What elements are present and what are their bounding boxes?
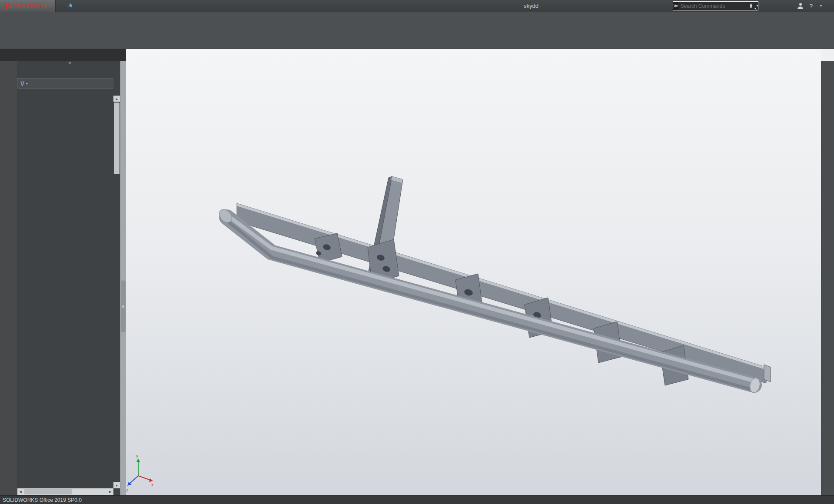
status-version-text: SOLIDWORKS Office 2019 SP0.0 xyxy=(3,497,82,503)
graphics-viewport[interactable]: y x z xyxy=(126,49,821,495)
task-pane-strip xyxy=(821,61,834,495)
panel-splitter[interactable] xyxy=(120,61,126,495)
viewport-corner-filler xyxy=(821,49,834,61)
triad-y-label: y xyxy=(136,454,138,458)
vertical-scroll-thumb[interactable] xyxy=(114,103,120,174)
horizontal-scroll-thumb[interactable] xyxy=(24,489,72,494)
logo-text-works: WORKS xyxy=(30,3,52,9)
logo-text-solid: SOLID xyxy=(13,3,30,9)
search-commands: ≫ ▾ xyxy=(673,1,758,10)
splitter-handle[interactable] xyxy=(121,280,126,332)
filter-funnel-icon[interactable]: ∇ xyxy=(20,80,24,87)
filter-dropdown-icon[interactable]: ▾ xyxy=(26,82,28,86)
tree-filter-bar[interactable]: ∇ ▾ xyxy=(17,78,113,89)
scroll-down-button[interactable]: ▼ xyxy=(113,482,120,488)
scroll-right-button[interactable]: ▶ xyxy=(107,488,113,495)
status-bar: SOLIDWORKS Office 2019 SP0.0 xyxy=(0,495,834,504)
triad-z-label: z xyxy=(126,487,128,492)
login-user-icon[interactable] xyxy=(797,3,803,9)
feature-tree xyxy=(17,90,113,488)
solidworks-logo: ƷS SOLID WORKS xyxy=(0,0,56,12)
document-title: skydd xyxy=(524,3,538,9)
triad-x-label: x xyxy=(151,482,153,487)
titlebar-right: ? ▾ xyxy=(797,0,831,12)
tree-vertical-scrollbar[interactable]: ▲ ▼ xyxy=(113,96,120,488)
tab-band-corner xyxy=(0,49,126,61)
left-docked-toolbar xyxy=(0,61,17,495)
scroll-left-button[interactable]: ◀ xyxy=(17,488,23,495)
ds-logo-icon: ƷS xyxy=(3,2,12,10)
pin-menu-icon[interactable]: ⚑ xyxy=(66,2,75,10)
tree-horizontal-scrollbar[interactable]: ◀ ▶ xyxy=(17,488,113,495)
help-dropdown-icon[interactable]: ▾ xyxy=(820,4,822,8)
featuremanager-panel: ∇ ▾ ▲ ▼ ◀ ▶ xyxy=(17,61,120,495)
search-dropdown-icon[interactable]: ▾ xyxy=(757,4,758,8)
command-manager-ribbon xyxy=(0,12,834,49)
search-input[interactable] xyxy=(678,3,750,9)
search-icon[interactable] xyxy=(750,3,752,8)
panel-splitter-dot[interactable] xyxy=(69,62,71,64)
scroll-up-button[interactable]: ▲ xyxy=(113,96,120,102)
reference-triad: y x z xyxy=(126,454,153,492)
title-bar: ƷS SOLID WORKS ⚑ skydd ≫ ▾ ? ▾ xyxy=(0,0,834,12)
search-launcher-icon[interactable]: ≫ xyxy=(673,2,678,10)
model-3d-view: y x z xyxy=(126,49,821,495)
help-icon[interactable]: ? xyxy=(809,3,813,10)
model-flat-bar[interactable] xyxy=(237,203,771,383)
